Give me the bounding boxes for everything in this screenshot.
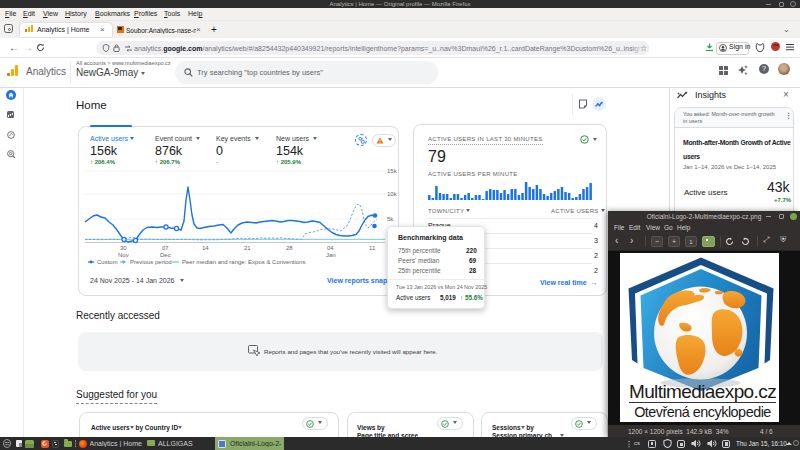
svg-text:Custom: Custom bbox=[97, 259, 118, 265]
svg-text:11: 11 bbox=[369, 245, 376, 251]
svg-text:14: 14 bbox=[202, 245, 209, 251]
svg-text:10k: 10k bbox=[387, 191, 398, 197]
svg-text:Nov: Nov bbox=[118, 252, 129, 258]
svg-text:Jan: Jan bbox=[326, 252, 336, 258]
svg-text:5k: 5k bbox=[387, 216, 394, 222]
svg-text:04: 04 bbox=[327, 245, 334, 251]
svg-text:07: 07 bbox=[162, 245, 169, 251]
svg-text:Peer median and range: Expos &: Peer median and range: Expos & Conventio… bbox=[182, 259, 305, 265]
svg-text:21: 21 bbox=[244, 245, 251, 251]
svg-text:30: 30 bbox=[120, 245, 127, 251]
svg-text:Previous period: Previous period bbox=[130, 259, 172, 265]
svg-text:Dec: Dec bbox=[160, 252, 171, 258]
svg-text:15k: 15k bbox=[387, 168, 398, 174]
svg-text:28: 28 bbox=[286, 245, 293, 251]
